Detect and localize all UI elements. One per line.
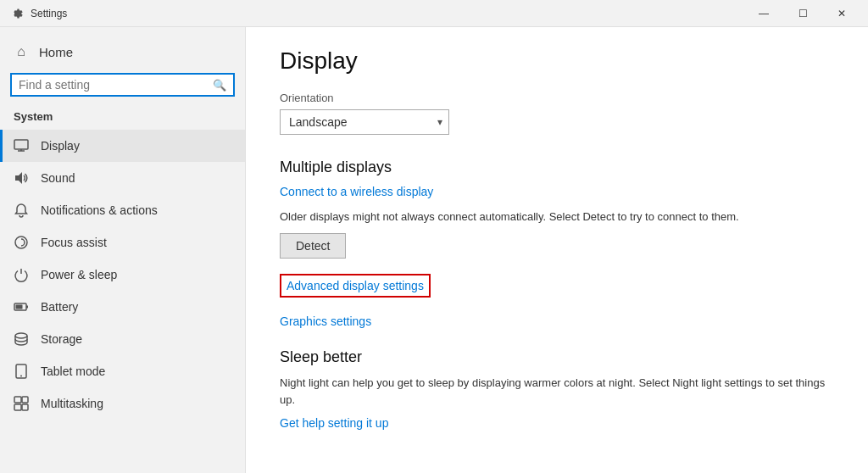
sidebar-item-notifications-label: Notifications & actions bbox=[41, 203, 158, 217]
close-button[interactable]: ✕ bbox=[822, 0, 861, 27]
search-icon: 🔍 bbox=[213, 79, 226, 92]
orientation-select[interactable]: Landscape Portrait Landscape (flipped) P… bbox=[280, 109, 449, 135]
graphics-settings-link[interactable]: Graphics settings bbox=[280, 314, 834, 328]
sidebar-item-sound[interactable]: Sound bbox=[0, 162, 245, 194]
page-title: Display bbox=[280, 47, 834, 75]
sidebar-item-multitasking-label: Multitasking bbox=[41, 397, 103, 410]
multitasking-icon bbox=[14, 396, 29, 411]
sidebar-item-display-label: Display bbox=[41, 139, 80, 153]
sidebar-item-home[interactable]: ⌂ Home bbox=[0, 37, 245, 66]
sidebar-item-battery[interactable]: Battery bbox=[0, 291, 245, 323]
sidebar-item-power-label: Power & sleep bbox=[41, 268, 117, 281]
power-icon bbox=[14, 267, 29, 282]
title-bar-left: Settings bbox=[10, 7, 67, 20]
detect-button[interactable]: Detect bbox=[280, 233, 346, 259]
home-icon: ⌂ bbox=[14, 44, 29, 59]
search-box: 🔍 bbox=[10, 73, 235, 97]
svg-point-4 bbox=[15, 236, 27, 248]
sidebar-item-storage-label: Storage bbox=[41, 332, 82, 346]
notifications-icon bbox=[14, 203, 29, 218]
svg-marker-3 bbox=[15, 172, 22, 184]
title-bar-controls: — ☐ ✕ bbox=[744, 0, 861, 27]
displays-description: Older displays might not always connect … bbox=[280, 210, 805, 223]
orientation-select-wrapper: Landscape Portrait Landscape (flipped) P… bbox=[280, 109, 449, 135]
sidebar-section-title: System bbox=[0, 107, 245, 130]
focus-icon bbox=[14, 235, 29, 250]
orientation-label: Orientation bbox=[280, 92, 834, 104]
svg-point-8 bbox=[15, 333, 27, 338]
battery-icon bbox=[14, 299, 29, 314]
svg-rect-12 bbox=[22, 397, 28, 403]
svg-rect-11 bbox=[14, 397, 21, 403]
sidebar-item-notifications[interactable]: Notifications & actions bbox=[0, 194, 245, 226]
storage-icon bbox=[14, 331, 29, 347]
tablet-icon bbox=[14, 364, 29, 379]
display-icon bbox=[14, 138, 29, 153]
main-container: ⌂ Home 🔍 System Display Sound Notificati… bbox=[0, 27, 868, 473]
maximize-button[interactable]: ☐ bbox=[783, 0, 822, 27]
sidebar-item-storage[interactable]: Storage bbox=[0, 323, 245, 355]
settings-app-icon bbox=[10, 7, 24, 20]
app-title: Settings bbox=[31, 8, 67, 19]
title-bar: Settings — ☐ ✕ bbox=[0, 0, 868, 27]
sidebar-item-tablet[interactable]: Tablet mode bbox=[0, 355, 245, 387]
search-input[interactable] bbox=[19, 78, 213, 92]
get-help-link[interactable]: Get help setting it up bbox=[280, 416, 388, 430]
sleep-better-heading: Sleep better bbox=[280, 348, 834, 366]
sidebar-item-sound-label: Sound bbox=[41, 171, 75, 185]
connect-wireless-link[interactable]: Connect to a wireless display bbox=[280, 185, 834, 198]
sidebar-item-focus[interactable]: Focus assist bbox=[0, 226, 245, 259]
minimize-button[interactable]: — bbox=[744, 0, 783, 27]
multiple-displays-heading: Multiple displays bbox=[280, 159, 834, 176]
svg-point-10 bbox=[20, 376, 22, 377]
sidebar-item-battery-label: Battery bbox=[41, 300, 78, 314]
sleep-description: Night light can help you get to sleep by… bbox=[280, 375, 834, 408]
sidebar-item-power[interactable]: Power & sleep bbox=[0, 259, 245, 291]
advanced-display-link-box: Advanced display settings bbox=[280, 274, 431, 298]
sidebar-item-multitasking[interactable]: Multitasking bbox=[0, 387, 245, 420]
content-area: Display Orientation Landscape Portrait L… bbox=[246, 27, 868, 473]
home-label: Home bbox=[39, 45, 73, 59]
svg-rect-13 bbox=[14, 404, 21, 410]
svg-rect-0 bbox=[14, 140, 28, 149]
sidebar-item-tablet-label: Tablet mode bbox=[41, 364, 105, 378]
sound-icon bbox=[14, 170, 29, 186]
sidebar: ⌂ Home 🔍 System Display Sound Notificati… bbox=[0, 27, 246, 473]
advanced-display-wrapper: Advanced display settings bbox=[280, 274, 834, 306]
sidebar-item-display[interactable]: Display bbox=[0, 130, 245, 162]
sidebar-item-focus-label: Focus assist bbox=[41, 236, 107, 249]
svg-rect-7 bbox=[16, 305, 23, 309]
advanced-display-link[interactable]: Advanced display settings bbox=[287, 279, 424, 292]
svg-rect-14 bbox=[22, 404, 28, 410]
